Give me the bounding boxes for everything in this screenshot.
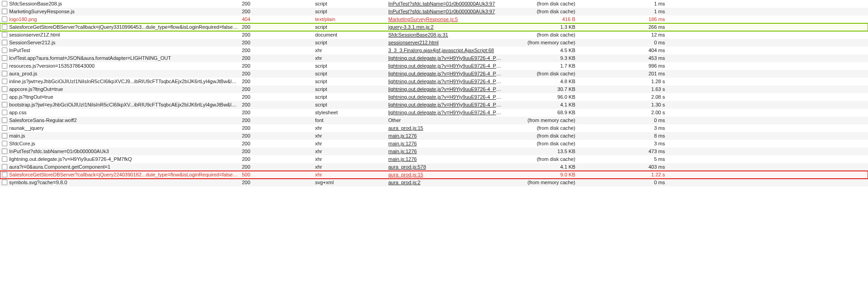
- initiator-cell[interactable]: lightning.out.delegate.js?v=H9Yiy9uuE972…: [386, 70, 505, 78]
- network-row[interactable]: InPutTest200xhr3_3_3.Finalorg.ajax4jsf.j…: [0, 47, 868, 54]
- name-cell[interactable]: SfdcCore.js: [0, 140, 240, 148]
- network-row[interactable]: SfdcCore.js200xhrmain.js:1276(from disk …: [0, 140, 868, 148]
- initiator-cell[interactable]: InPutTest?sfdc.tabName=01r0b000000AUk3:9…: [386, 8, 505, 16]
- network-row[interactable]: SfdcSessionBase208.js200scriptInPutTest?…: [0, 0, 868, 8]
- initiator-cell[interactable]: aura_prod.js:578: [386, 163, 505, 171]
- network-row[interactable]: inline.js?jwt=eyJhbGciOiJIUzI1NiIsInR5cC…: [0, 78, 868, 85]
- name-cell[interactable]: aura_prod.js: [0, 70, 240, 78]
- name-cell[interactable]: app.css: [0, 109, 240, 117]
- initiator-cell[interactable]: lightning.out.delegate.js?v=H9Yiy9uuE972…: [386, 101, 505, 109]
- initiator-cell[interactable]: main.js:1276: [386, 155, 505, 163]
- initiator-link[interactable]: lightning.out.delegate.js?v=H9Yiy9uuE972…: [388, 102, 505, 107]
- network-row[interactable]: resources.js?version=1535378643000200scr…: [0, 62, 868, 70]
- network-row[interactable]: SalesforceGetStoreDBServer?callback=jQue…: [0, 23, 868, 31]
- initiator-link[interactable]: jquery-3.3.1.min.js:2: [388, 24, 434, 30]
- name-cell[interactable]: SfdcSessionBase208.js: [0, 0, 240, 8]
- network-row[interactable]: lcvfTest.app?aura.format=JSON&aura.forma…: [0, 54, 868, 62]
- network-row[interactable]: main.js200xhrmain.js:1276(from disk cach…: [0, 132, 868, 140]
- status-code: 200: [242, 40, 250, 45]
- initiator-cell[interactable]: aura_prod.js:2: [386, 179, 505, 186]
- initiator-cell[interactable]: Other: [386, 117, 505, 124]
- initiator-link[interactable]: lightning.out.delegate.js?v=H9Yiy9uuE972…: [388, 79, 505, 84]
- initiator-link[interactable]: MarketingSurveyResponse.js:5: [388, 16, 458, 22]
- initiator-cell[interactable]: lightning.out.delegate.js?v=H9Yiy9uuE972…: [386, 54, 505, 62]
- initiator-cell[interactable]: SfdcSessionBase208.js:31: [386, 31, 505, 39]
- name-cell[interactable]: resources.js?version=1535378643000: [0, 62, 240, 70]
- initiator-cell[interactable]: sessionserver212.html: [386, 39, 505, 47]
- network-row[interactable]: aura_prod.js200scriptlightning.out.deleg…: [0, 70, 868, 78]
- name-cell[interactable]: symbols.svg?cache=9.8.0: [0, 179, 240, 186]
- initiator-link[interactable]: aura_prod.js:15: [388, 172, 423, 177]
- network-row[interactable]: app.js?ltngOut=true200scriptlightning.ou…: [0, 93, 868, 101]
- initiator-cell[interactable]: lightning.out.delegate.js?v=H9Yiy9uuE972…: [386, 109, 505, 117]
- initiator-link[interactable]: aura_prod.js:2: [388, 180, 420, 185]
- network-table[interactable]: SfdcSessionBase208.js200scriptInPutTest?…: [0, 0, 868, 186]
- initiator-cell[interactable]: 3_3_3.Finalorg.ajax4jsf.javascript.AjaxS…: [386, 47, 505, 54]
- name-cell[interactable]: SessionServer212.js: [0, 39, 240, 47]
- network-row[interactable]: symbols.svg?cache=9.8.0200svg+xmlaura_pr…: [0, 179, 868, 186]
- initiator-cell[interactable]: main.js:1276: [386, 148, 505, 155]
- initiator-link[interactable]: lightning.out.delegate.js?v=H9Yiy9uuE972…: [388, 55, 505, 61]
- initiator-cell[interactable]: jquery-3.3.1.min.js:2: [386, 23, 505, 31]
- name-cell[interactable]: MarketingSurveyResponse.js: [0, 8, 240, 16]
- name-cell[interactable]: lcvfTest.app?aura.format=JSON&aura.forma…: [0, 54, 240, 62]
- status-code: 200: [242, 9, 250, 14]
- initiator-link[interactable]: aura_prod.js:578: [388, 164, 426, 170]
- initiator-link[interactable]: lightning.out.delegate.js?v=H9Yiy9uuE972…: [388, 94, 505, 100]
- status-cell: 200: [240, 54, 313, 62]
- name-cell[interactable]: SalesforceGetStoreDBServer?callback=jQue…: [0, 171, 240, 179]
- initiator-link[interactable]: lightning.out.delegate.js?v=H9Yiy9uuE972…: [388, 63, 505, 69]
- network-row[interactable]: sessionserverZ1Z.html200documentSfdcSess…: [0, 31, 868, 39]
- network-row[interactable]: logo180.png404text/plainMarketingSurveyR…: [0, 16, 868, 23]
- name-cell[interactable]: main.js: [0, 132, 240, 140]
- name-cell[interactable]: lightning.out.delegate.js?v=H9Yiy9uuE972…: [0, 155, 240, 163]
- initiator-cell[interactable]: lightning.out.delegate.js?v=H9Yiy9uuE972…: [386, 85, 505, 93]
- name-cell[interactable]: inline.js?jwt=eyJhbGciOiJIUzI1NiIsInR5cC…: [0, 78, 240, 85]
- name-cell[interactable]: bootstrap.js?jwt=eyJhbGciOiJIUzI1NiIsInR…: [0, 101, 240, 109]
- initiator-cell[interactable]: InPutTest?sfdc.tabName=01r0b000000AUk3:9…: [386, 0, 505, 8]
- initiator-link[interactable]: InPutTest?sfdc.tabName=01r0b000000AUk3:9…: [388, 9, 495, 14]
- name-cell[interactable]: InPutTest?sfdc.tabName=01r0b000000AUk3: [0, 148, 240, 155]
- network-row[interactable]: SalesforceSans-Regular.woff2200fontOther…: [0, 117, 868, 124]
- initiator-cell[interactable]: main.js:1276: [386, 132, 505, 140]
- initiator-link[interactable]: main.js:1276: [388, 133, 417, 138]
- name-cell[interactable]: InPutTest: [0, 47, 240, 54]
- name-cell[interactable]: sessionserverZ1Z.html: [0, 31, 240, 39]
- initiator-link[interactable]: main.js:1276: [388, 149, 417, 154]
- network-row[interactable]: app.css200stylesheetlightning.out.delega…: [0, 109, 868, 117]
- network-row[interactable]: aura?r=0&aura.Component.getComponent=120…: [0, 163, 868, 171]
- initiator-link[interactable]: sessionserver212.html: [388, 40, 439, 45]
- initiator-link[interactable]: main.js:1276: [388, 156, 417, 162]
- initiator-link[interactable]: 3_3_3.Finalorg.ajax4jsf.javascript.AjaxS…: [388, 48, 494, 53]
- initiator-link[interactable]: lightning.out.delegate.js?v=H9Yiy9uuE972…: [388, 110, 505, 115]
- initiator-cell[interactable]: main.js:1276: [386, 140, 505, 148]
- initiator-link[interactable]: lightning.out.delegate.js?v=H9Yiy9uuE972…: [388, 86, 505, 92]
- initiator-link[interactable]: aura_prod.js:15: [388, 125, 423, 131]
- name-cell[interactable]: aura?r=0&aura.Component.getComponent=1: [0, 163, 240, 171]
- initiator-cell[interactable]: aura_prod.js:15: [386, 171, 505, 179]
- network-row[interactable]: MarketingSurveyResponse.js200scriptInPut…: [0, 8, 868, 16]
- network-row[interactable]: bootstrap.js?jwt=eyJhbGciOiJIUzI1NiIsInR…: [0, 101, 868, 109]
- network-row[interactable]: SessionServer212.js200scriptsessionserve…: [0, 39, 868, 47]
- network-row[interactable]: raunak__jquery200xhraura_prod.js:15(from…: [0, 124, 868, 132]
- name-cell[interactable]: appcore.js?ltngOut=true: [0, 85, 240, 93]
- initiator-link[interactable]: main.js:1276: [388, 141, 417, 146]
- name-cell[interactable]: app.js?ltngOut=true: [0, 93, 240, 101]
- initiator-cell[interactable]: lightning.out.delegate.js?v=H9Yiy9uuE972…: [386, 93, 505, 101]
- initiator-cell[interactable]: MarketingSurveyResponse.js:5: [386, 16, 505, 23]
- name-cell[interactable]: raunak__jquery: [0, 124, 240, 132]
- initiator-cell[interactable]: lightning.out.delegate.js?v=H9Yiy9uuE972…: [386, 62, 505, 70]
- initiator-cell[interactable]: lightning.out.delegate.js?v=H9Yiy9uuE972…: [386, 78, 505, 85]
- network-row[interactable]: InPutTest?sfdc.tabName=01r0b000000AUk320…: [0, 148, 868, 155]
- initiator-link[interactable]: InPutTest?sfdc.tabName=01r0b000000AUk3:9…: [388, 1, 495, 6]
- initiator-link[interactable]: SfdcSessionBase208.js:31: [388, 32, 448, 37]
- network-row[interactable]: appcore.js?ltngOut=true200scriptlightnin…: [0, 85, 868, 93]
- name-cell[interactable]: logo180.png: [0, 16, 240, 23]
- name-cell[interactable]: SalesforceGetStoreDBServer?callback=jQue…: [0, 23, 240, 31]
- network-row[interactable]: SalesforceGetStoreDBServer?callback=jQue…: [0, 171, 868, 179]
- initiator-link[interactable]: lightning.out.delegate.js?v=H9Yiy9uuE972…: [388, 71, 505, 76]
- type-cell: script: [313, 23, 386, 31]
- network-row[interactable]: lightning.out.delegate.js?v=H9Yiy9uuE972…: [0, 155, 868, 163]
- initiator-cell[interactable]: aura_prod.js:15: [386, 124, 505, 132]
- name-cell[interactable]: SalesforceSans-Regular.woff2: [0, 117, 240, 124]
